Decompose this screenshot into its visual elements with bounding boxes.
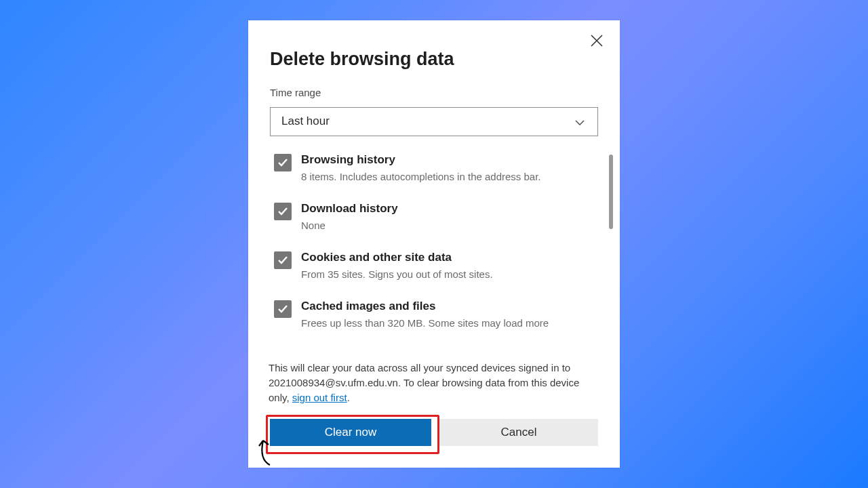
scrollbar-thumb[interactable] [609,155,613,229]
close-button[interactable] [589,33,605,49]
delete-browsing-data-dialog: Delete browsing data Time range Last hou… [248,20,620,468]
list-item: Download history None [270,201,598,232]
item-title: Download history [301,201,598,216]
data-type-list: Browsing history 8 items. Includes autoc… [270,152,598,348]
item-title: Cookies and other site data [301,250,598,265]
item-subtitle: Frees up less than 320 MB. Some sites ma… [301,317,598,330]
time-range-label: Time range [270,87,321,98]
checkbox-cookies[interactable] [274,251,292,269]
cancel-button[interactable]: Cancel [439,419,598,446]
background: Delete browsing data Time range Last hou… [0,0,868,488]
dialog-title: Delete browsing data [270,49,454,70]
item-title: Browsing history [301,152,598,167]
item-subtitle: 8 items. Includes autocompletions in the… [301,170,598,184]
checkbox-browsing-history[interactable] [274,154,292,171]
check-icon [277,157,289,169]
time-range-select[interactable]: Last hour [270,107,598,136]
clear-now-button[interactable]: Clear now [270,419,431,446]
sync-note: This will clear your data across all you… [269,361,599,405]
item-subtitle: None [301,219,598,232]
sign-out-link[interactable]: sign out first [292,392,347,403]
list-item: Browsing history 8 items. Includes autoc… [270,152,598,184]
check-icon [277,303,289,315]
list-item: Cookies and other site data From 35 site… [270,250,598,281]
close-icon [589,33,605,49]
item-title: Cached images and files [301,299,598,314]
chevron-down-icon [573,116,587,129]
annotation-arrow-icon [256,432,277,466]
check-icon [277,205,289,218]
time-range-value: Last hour [281,115,330,128]
checkbox-download-history[interactable] [274,203,292,220]
note-text-suffix: . [347,392,350,403]
item-subtitle: From 35 sites. Signs you out of most sit… [301,268,598,281]
check-icon [277,254,289,266]
list-item: Cached images and files Frees up less th… [270,299,598,330]
checkbox-cached[interactable] [274,300,292,318]
